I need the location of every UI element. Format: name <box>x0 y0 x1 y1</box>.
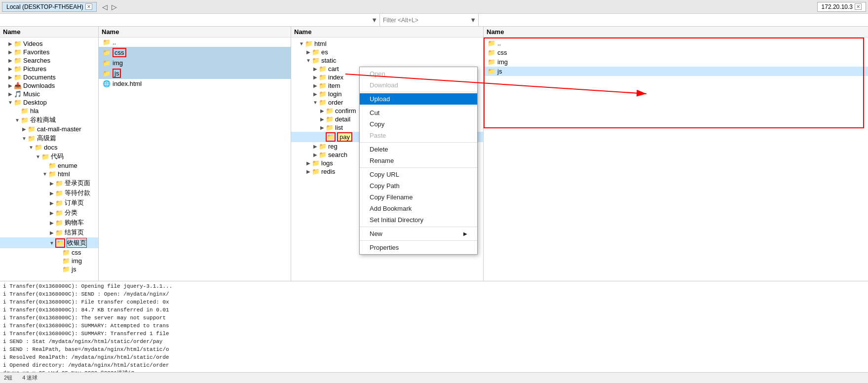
tree-item-css2[interactable]: 📁 css <box>0 248 98 257</box>
tree-item-html[interactable]: ▼ 📁 html <box>0 170 98 178</box>
toggle-catmall[interactable]: ▶ <box>21 126 28 132</box>
toggle-jiesuan[interactable]: ▶ <box>48 230 55 235</box>
file-item-indexhtml[interactable]: 🌐 index.html <box>99 79 291 88</box>
remote-item-static[interactable]: ▼ 📁 static <box>291 56 483 65</box>
toggle-shouyinye[interactable]: ▼ <box>48 240 55 246</box>
remote-item-es[interactable]: ▶ 📁 es <box>291 48 483 56</box>
filter-dropdown[interactable]: ▼ <box>468 16 478 24</box>
file-item-css[interactable]: 📁 css <box>99 47 291 58</box>
ctx-copyurl[interactable]: Copy URL <box>360 169 477 180</box>
tree-item-gaoji[interactable]: ▼ 📁 高级篇 <box>0 133 98 143</box>
toggle-guli[interactable]: ▼ <box>14 117 21 123</box>
tree-item-js2[interactable]: 📁 js <box>0 265 98 273</box>
rtoggle-item[interactable]: ▶ <box>312 83 319 88</box>
toggle-music[interactable]: ▶ <box>7 91 14 97</box>
tree-item-daimu[interactable]: ▼ 📁 代码 <box>0 152 98 161</box>
rtoggle-list[interactable]: ▶ <box>319 125 326 130</box>
tree-item-docs[interactable]: ▼ 📁 docs <box>0 143 98 152</box>
right-file-css[interactable]: 📁 css <box>484 48 868 57</box>
rtoggle-order[interactable]: ▼ <box>312 100 319 105</box>
ctx-upload[interactable]: Upload <box>360 93 477 105</box>
tree-item-gouwuche[interactable]: ▶ 📁 购物车 <box>0 218 98 228</box>
toggle-desktop[interactable]: ▼ <box>7 100 14 105</box>
tree-item-desktop[interactable]: ▼ 📁 Desktop <box>0 98 98 107</box>
tree-item-guli[interactable]: ▼ 📁 谷粒商城 <box>0 115 98 125</box>
toggle-documents[interactable]: ▶ <box>7 75 14 80</box>
right-file-img[interactable]: 📁 img <box>484 57 868 67</box>
tree-item-dengdai[interactable]: ▶ 📁 等待付款 <box>0 188 98 198</box>
toggle-daimu[interactable]: ▼ <box>35 154 41 159</box>
tree-item-fenlei[interactable]: ▶ 📁 分类 <box>0 208 98 218</box>
local-tab-close[interactable]: ✕ <box>85 3 92 10</box>
remote-path-input[interactable]: /mydata/nginx/html/static/order/pay <box>479 14 868 26</box>
local-tab[interactable]: Local (DESKTOP-FTH5EAH) ✕ <box>2 2 97 12</box>
remote-item-html[interactable]: ▼ 📁 html <box>291 39 483 48</box>
tree-item-enume[interactable]: 📁 enume <box>0 161 98 170</box>
tree-item-videos[interactable]: ▶ 📁 Videos <box>0 39 98 48</box>
ctx-setinitial[interactable]: Set Initial Directory <box>360 214 477 226</box>
toggle-videos[interactable]: ▶ <box>7 41 14 46</box>
ctx-copy[interactable]: Copy <box>360 118 477 130</box>
rtoggle-search[interactable]: ▶ <box>312 152 319 157</box>
rtoggle-cart[interactable]: ▶ <box>312 66 319 72</box>
toggle-downloads[interactable]: ▶ <box>7 83 14 88</box>
tree-item-hla[interactable]: 📁 hla <box>0 107 98 115</box>
tree-item-img2[interactable]: 📁 img <box>0 257 98 265</box>
ctx-copyfilename[interactable]: Copy Filename <box>360 192 477 203</box>
tree-item-catmall[interactable]: ▶ 📁 cat-mall-master <box>0 125 98 133</box>
tree-item-searches[interactable]: ▶ 📁 Searches <box>0 56 98 65</box>
file-item-dotdot[interactable]: 📁 .. <box>99 38 291 47</box>
rtoggle-detail[interactable]: ▶ <box>319 116 326 122</box>
tree-item-downloads[interactable]: ▶ 📥 Downloads <box>0 81 98 90</box>
ctx-new[interactable]: New ▶ <box>360 228 477 239</box>
tree-item-shouyinye[interactable]: ▼ 📁 收银页 <box>0 237 98 248</box>
server-tab[interactable]: 172.20.10.3 ✕ <box>817 2 866 12</box>
file-item-img[interactable]: 📁 img <box>99 58 291 68</box>
ctx-paste[interactable]: Paste <box>360 130 477 141</box>
toggle-docs[interactable]: ▼ <box>28 145 35 150</box>
toggle-dingdan[interactable]: ▶ <box>48 200 55 206</box>
ctx-cut[interactable]: Cut <box>360 107 477 118</box>
file-item-js[interactable]: 📁 js <box>99 68 291 79</box>
tree-item-pictures[interactable]: ▶ 📁 Pictures <box>0 65 98 73</box>
filter-input[interactable] <box>380 14 468 26</box>
toggle-favorites[interactable]: ▶ <box>7 49 14 55</box>
toggle-gouwuche[interactable]: ▶ <box>48 220 55 226</box>
toggle-denglu[interactable]: ▶ <box>48 181 55 186</box>
toggle-dengdai[interactable]: ▶ <box>48 191 55 196</box>
tree-item-music[interactable]: ▶ 🎵 Music <box>0 90 98 98</box>
right-file-js[interactable]: 📁 js <box>484 67 868 76</box>
rtoggle-login[interactable]: ▶ <box>312 91 319 97</box>
ctx-open[interactable]: Open <box>360 68 477 79</box>
toggle-fenlei[interactable]: ▶ <box>48 210 55 216</box>
local-path-dropdown[interactable]: ▼ <box>369 16 379 24</box>
tree-item-dingdan[interactable]: ▶ 📁 订单页 <box>0 198 98 208</box>
rtoggle-reg[interactable]: ▶ <box>312 144 319 149</box>
rtoggle-logs[interactable]: ▶ <box>305 160 312 166</box>
toggle-searches[interactable]: ▶ <box>7 58 14 63</box>
toggle-html[interactable]: ▼ <box>41 171 48 177</box>
nav-left[interactable]: ◁ <box>101 3 109 11</box>
tree-item-denglu[interactable]: ▶ 📁 登录页面 <box>0 178 98 188</box>
toggle-gaoji[interactable]: ▼ <box>21 136 28 141</box>
rtoggle-index[interactable]: ▶ <box>312 75 319 80</box>
toggle-pictures[interactable]: ▶ <box>7 66 14 72</box>
ctx-rename[interactable]: Rename <box>360 155 477 166</box>
ctx-copypath[interactable]: Copy Path <box>360 180 477 192</box>
ctx-download[interactable]: Download <box>360 79 477 91</box>
rtoggle-static[interactable]: ▼ <box>305 58 312 63</box>
rtoggle-redis[interactable]: ▶ <box>305 169 312 174</box>
ctx-addbookmark[interactable]: Add Bookmark <box>360 203 477 214</box>
rtoggle-es[interactable]: ▶ <box>305 49 312 55</box>
ctx-delete[interactable]: Delete <box>360 144 477 155</box>
nav-right[interactable]: ▷ <box>110 3 118 11</box>
tree-item-documents[interactable]: ▶ 📁 Documents <box>0 73 98 81</box>
tree-item-jiesuan[interactable]: ▶ 📁 结算页 <box>0 228 98 237</box>
tree-item-favorites[interactable]: ▶ 📁 Favorites <box>0 48 98 56</box>
ctx-properties[interactable]: Properties <box>360 242 477 253</box>
rtoggle-confirm[interactable]: ▶ <box>319 108 326 114</box>
right-file-dotdot[interactable]: 📁 .. <box>484 38 868 48</box>
rtoggle-html[interactable]: ▼ <box>298 41 305 46</box>
server-tab-close[interactable]: ✕ <box>855 3 862 10</box>
local-path-input[interactable]: C:\Users\56354\Desktop\谷粒商城\高级篇\docs\代码\… <box>0 14 369 26</box>
